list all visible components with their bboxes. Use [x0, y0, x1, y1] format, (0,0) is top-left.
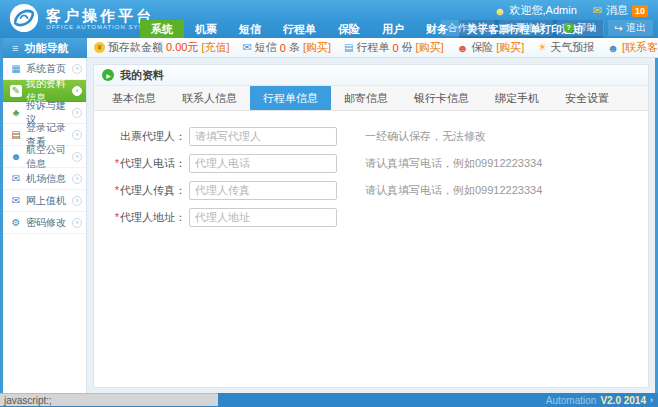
sidebar: ▦ 系统首页 › ✎ 我的资料信息 › ♣ 投诉与建议 › ▤ 登录记录查看 ›… — [3, 58, 87, 393]
tab-bank-card-info[interactable]: 银行卡信息 — [401, 86, 482, 110]
panel-title: 我的资料 — [120, 68, 164, 83]
logout-link[interactable]: ↪ 退出 — [608, 20, 653, 36]
sun-icon: ☀ — [537, 41, 547, 54]
sidebar-header-label: 功能导航 — [24, 41, 68, 56]
form-row-agent-fax: *代理人传真： 请认真填写电话，例如09912223334 — [106, 180, 648, 200]
sidebar-item-online-checkin[interactable]: ✉ 网上值机 › — [3, 190, 86, 212]
agent-hint: 一经确认保存，无法修改 — [365, 129, 486, 144]
exit-icon: ↪ — [615, 23, 623, 34]
sms-label: 短信 — [255, 40, 277, 55]
chevron-right-icon: › — [72, 174, 82, 184]
help-icon: ? — [564, 23, 574, 33]
chevron-right-icon: › — [72, 130, 82, 140]
panel-title-bar: ▶ 我的资料 — [94, 65, 648, 86]
chevron-right-icon: › — [72, 64, 82, 74]
nav-item-sms[interactable]: 短信 — [228, 20, 272, 38]
sidebar-item-airports[interactable]: ✉ 机场信息 › — [3, 168, 86, 190]
tab-bind-phone[interactable]: 绑定手机 — [482, 86, 552, 110]
footer-arrow-icon: › — [650, 395, 653, 405]
agent-phone-label: 代理人电话： — [120, 157, 186, 169]
edit-icon: ✎ — [10, 85, 22, 97]
insurance-label: 保险 — [471, 40, 493, 55]
messages[interactable]: ✉ 消息 10 — [593, 3, 648, 18]
messages-label: 消息 — [606, 3, 628, 18]
cooperation-agreement-link[interactable]: 合作协议 — [441, 20, 495, 36]
messages-badge: 10 — [632, 5, 648, 17]
chevron-right-icon: › — [72, 218, 82, 228]
chevron-right-icon: › — [72, 108, 82, 118]
contact-manager-item[interactable]: ☻ [联系客户经理] — [607, 40, 658, 55]
profile-panel: ▶ 我的资料 基本信息 联系人信息 行程单信息 邮寄信息 银行卡信息 绑定手机 … — [93, 64, 649, 388]
form-row-agent-address: *代理人地址： — [106, 207, 648, 227]
chevron-right-icon: › — [72, 86, 82, 96]
itinerary-count: 0 — [392, 42, 398, 54]
sub-bar: ≡ 功能导航 ¥ 预存款金额 0.00元 [充值] ✉ 短信 0 条 [购买] … — [3, 38, 655, 58]
nav-item-insurance[interactable]: 保险 — [327, 20, 371, 38]
chevron-right-icon: › — [72, 152, 82, 162]
itinerary-form: 出票代理人： 一经确认保存，无法修改 *代理人电话： 请认真填写电话，例如099… — [94, 111, 648, 227]
nav-item-itinerary[interactable]: 行程单 — [272, 20, 327, 38]
insurance-icon: ☻ — [457, 42, 469, 54]
agent-phone-input[interactable] — [189, 154, 337, 173]
contact-manager-link: [联系客户经理] — [622, 40, 658, 55]
nav-item-tickets[interactable]: 机票 — [184, 20, 228, 38]
nav-item-users[interactable]: 用户 — [371, 20, 415, 38]
sidebar-header: ≡ 功能导航 — [3, 38, 87, 58]
form-row-agent-phone: *代理人电话： 请认真填写电话，例如09912223334 — [106, 153, 648, 173]
sms-item: ✉ 短信 0 条 [购买] — [243, 40, 331, 55]
browser-status-text: javascript:; — [0, 393, 218, 406]
tab-basic-info[interactable]: 基本信息 — [99, 86, 169, 110]
agent-phone-hint: 请认真填写电话，例如09912223334 — [365, 156, 542, 171]
recharge-link[interactable]: [充值] — [201, 40, 229, 55]
tab-security-settings[interactable]: 安全设置 — [552, 86, 622, 110]
mail-icon: ✉ — [593, 4, 602, 17]
footer-version: V2.0 2014 — [600, 395, 646, 406]
deposit-item: ¥ 预存款金额 0.00元 [充值] — [94, 40, 230, 55]
user-icon: ☻ — [494, 5, 506, 17]
tree-icon: ♣ — [10, 107, 22, 118]
tab-itinerary-info[interactable]: 行程单信息 — [250, 86, 331, 110]
sms-unit: 条 — [289, 40, 300, 55]
sms-icon: ✉ — [243, 41, 252, 54]
agent-input[interactable] — [189, 127, 337, 146]
logo-icon — [9, 3, 39, 33]
agent-label: 出票代理人： — [120, 130, 186, 142]
sms-buy-link[interactable]: [购买] — [303, 40, 331, 55]
itinerary-buy-link[interactable]: [购买] — [416, 40, 444, 55]
insurance-item: ☻ 保险 [购买] — [457, 40, 525, 55]
welcome-user[interactable]: ☻ 欢迎您,Admin — [494, 3, 577, 18]
nav-item-system[interactable]: 系统 — [140, 20, 184, 38]
agent-address-label: 代理人地址： — [120, 211, 186, 223]
agent-fax-input[interactable] — [189, 181, 337, 200]
top-header: 客户操作平台 OFFICE AUTOMATION SYSTEM ☻ 欢迎您,Ad… — [0, 0, 658, 38]
help-link[interactable]: ? 帮助 — [557, 20, 604, 36]
weather-item[interactable]: ☀ 天气预报 — [537, 40, 594, 55]
menu-icon: ≡ — [12, 42, 18, 54]
tab-mailing-info[interactable]: 邮寄信息 — [331, 86, 401, 110]
deposit-value: 0.00元 — [166, 40, 198, 55]
agent-fax-hint: 请认真填写电话，例如09912223334 — [365, 183, 542, 198]
weather-label: 天气预报 — [550, 40, 594, 55]
book-icon: ▤ — [10, 129, 22, 140]
header-links: 合作协议 购票协议 ? 帮助 ↪ 退出 — [441, 20, 653, 36]
chevron-right-icon: › — [72, 196, 82, 206]
body-row: ▦ 系统首页 › ✎ 我的资料信息 › ♣ 投诉与建议 › ▤ 登录记录查看 ›… — [3, 58, 655, 393]
tab-contact-info[interactable]: 联系人信息 — [169, 86, 250, 110]
agent-fax-label: 代理人传真： — [120, 184, 186, 196]
envelope-icon: ✉ — [10, 173, 22, 184]
sidebar-item-airlines[interactable]: ☻ 航空公司信息 › — [3, 146, 86, 168]
profile-tabs: 基本信息 联系人信息 行程单信息 邮寄信息 银行卡信息 绑定手机 安全设置 — [94, 86, 648, 111]
gear-icon: ⚙ — [10, 217, 22, 228]
sms-count: 0 — [280, 42, 286, 54]
ticket-agreement-link[interactable]: 购票协议 — [499, 20, 553, 36]
form-row-agent: 出票代理人： 一经确认保存，无法修改 — [106, 126, 648, 146]
account-toolbar: ¥ 预存款金额 0.00元 [充值] ✉ 短信 0 条 [购买] ▤ 行程单 0… — [87, 38, 658, 58]
envelope-icon: ✉ — [10, 195, 22, 206]
sidebar-item-change-password[interactable]: ⚙ 密码修改 › — [3, 212, 86, 234]
user-area: ☻ 欢迎您,Admin ✉ 消息 10 — [494, 2, 648, 19]
coin-icon: ¥ — [94, 42, 105, 53]
agent-address-input[interactable] — [189, 208, 337, 227]
itinerary-unit: 份 — [402, 40, 413, 55]
insurance-buy-link[interactable]: [购买] — [496, 40, 524, 55]
person-icon: ☻ — [607, 42, 619, 54]
